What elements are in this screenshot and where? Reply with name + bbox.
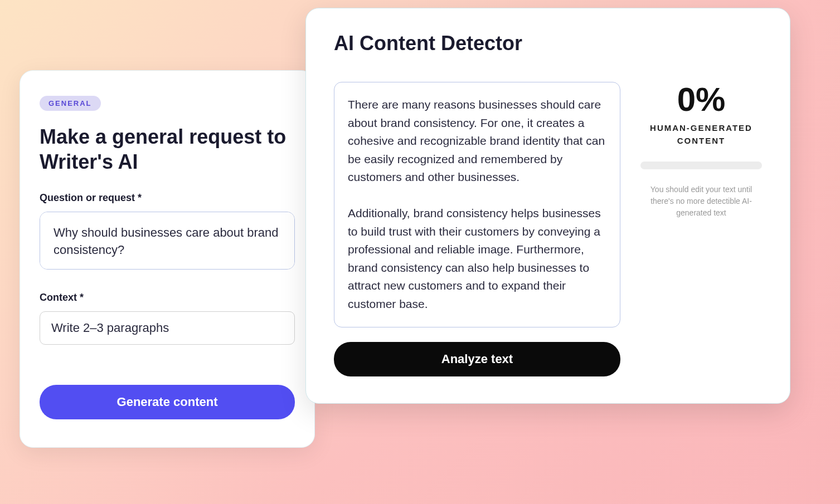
score-column: 0% HUMAN-GENERATED CONTENT You should ed… (640, 82, 762, 376)
context-input[interactable] (40, 311, 295, 345)
context-label: Context * (40, 292, 295, 304)
score-progress-bar (640, 162, 762, 169)
question-label: Question or request * (40, 192, 295, 204)
analyze-text-button[interactable]: Analyze text (334, 342, 620, 376)
ai-detector-card: AI Content Detector There are many reaso… (305, 8, 790, 404)
general-request-card: GENERAL Make a general request to Writer… (20, 70, 315, 448)
edit-hint-text: You should edit your text until there's … (640, 184, 762, 219)
content-column: There are many reasons businesses should… (334, 82, 620, 376)
generate-content-button[interactable]: Generate content (40, 385, 295, 419)
score-percentage: 0% (640, 83, 762, 116)
question-input[interactable]: Why should businesses care about brand c… (40, 212, 295, 270)
card-title: Make a general request to Writer's AI (40, 124, 295, 174)
score-label: HUMAN-GENERATED CONTENT (640, 122, 762, 147)
detector-title: AI Content Detector (334, 32, 762, 55)
detector-body: There are many reasons businesses should… (334, 82, 762, 376)
content-text-box[interactable]: There are many reasons businesses should… (334, 82, 620, 327)
category-badge: GENERAL (40, 96, 101, 111)
